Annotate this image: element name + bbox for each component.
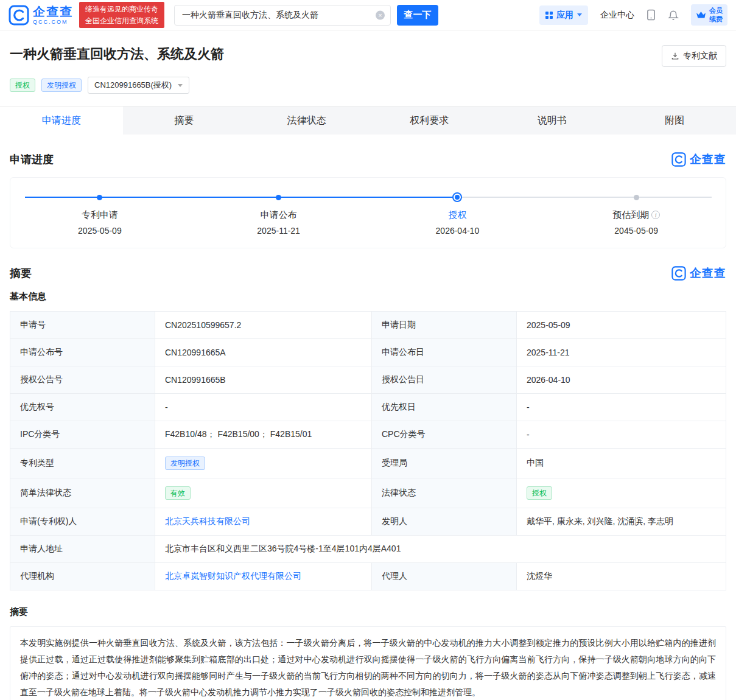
field-label: IPC分类号 [10, 421, 155, 449]
field-value: CN120991665A [155, 339, 372, 366]
patent-tags-row: 授权 发明授权 CN120991665B(授权) [10, 77, 726, 94]
table-row: 代理机构 北京卓岚智财知识产权代理有限公司 代理人 沈煜华 [10, 563, 726, 590]
enterprise-center-link[interactable]: 企业中心 [600, 10, 634, 21]
abstract-text: 本发明实施例提供一种火箭垂直回收方法、系统及火箭，该方法包括：一子级火箭分离后，… [20, 635, 716, 700]
patent-number-select[interactable]: CN120991665B(授权) [88, 77, 189, 94]
apps-menu-button[interactable]: 应用 [539, 5, 588, 25]
member-line1: 会员 [709, 7, 723, 15]
watermark-text: 企查查 [690, 152, 726, 167]
timeline-step-filed: 专利申请 2025-05-09 [10, 209, 189, 236]
patent-literature-label: 专利文献 [683, 51, 717, 61]
tab-claims[interactable]: 权利要求 [368, 107, 491, 135]
detail-tabbar: 申请进度 摘要 法律状态 权利要求 说明书 附图 [0, 106, 736, 135]
application-timeline: 专利申请 2025-05-09 申请公布 2025-11-21 授权 2026-… [10, 177, 726, 248]
field-value: CN120991665B [155, 366, 372, 394]
timeline-dot-published [276, 195, 281, 200]
info-icon[interactable]: i [651, 211, 660, 219]
patent-number-value: CN120991665B(授权) [94, 80, 172, 91]
slogan-line1: 缔造有远见的商业传奇 [85, 4, 158, 15]
qcc-patent-detail-page: 企查查 QCC.COM 缔造有远见的商业传奇 全国企业信用查询系统 × 查一下 … [0, 0, 736, 700]
table-row: 优先权号 - 优先权日 - [10, 394, 726, 421]
timeline-step-expiry: 预估到期i 2045-05-09 [547, 209, 726, 236]
navbar-right-group: 应用 企业中心 会员 [539, 4, 727, 25]
chevron-down-icon [577, 13, 582, 16]
table-row: 专利类型 发明授权 受理局 中国 [10, 449, 726, 478]
field-label: 申请日期 [372, 312, 517, 339]
brand-slogan-banner: 缔造有远见的商业传奇 全国企业信用查询系统 [79, 2, 164, 28]
field-value: - [155, 394, 372, 421]
field-label: 授权公告日 [372, 366, 517, 394]
field-value: 沈煜华 [517, 563, 726, 590]
field-value: 戴华平, 康永来, 刘兴隆, 沈涌滨, 李志明 [517, 508, 726, 536]
field-value: 授权 [517, 478, 726, 508]
field-label: 申请人地址 [10, 536, 155, 563]
field-value: - [517, 394, 726, 421]
applicant-company-link[interactable]: 北京天兵科技有限公司 [165, 516, 250, 526]
field-label: 简单法律状态 [10, 478, 155, 508]
member-line2: 续费 [709, 15, 723, 23]
field-label: 优先权号 [10, 394, 155, 421]
search-clear-icon[interactable]: × [376, 10, 385, 19]
field-label: 法律状态 [372, 478, 517, 508]
apps-label: 应用 [556, 10, 573, 21]
notification-bell-icon[interactable] [668, 10, 679, 21]
table-row: 申请公布号 CN120991665A 申请公布日 2025-11-21 [10, 339, 726, 366]
field-value: 中国 [517, 449, 726, 478]
table-row: 简单法律状态 有效 法律状态 授权 [10, 478, 726, 508]
download-icon [671, 52, 679, 60]
step-date: 2045-05-09 [547, 226, 726, 236]
basic-info-table: 申请号 CN202510599657.2 申请日期 2025-05-09 申请公… [10, 311, 726, 590]
table-row: 授权公告号 CN120991665B 授权公告日 2026-04-10 [10, 366, 726, 394]
brand-text: 企查查 QCC.COM [33, 5, 73, 25]
step-label: 授权 [368, 209, 547, 221]
member-renewal-button[interactable]: 会员 续费 [691, 4, 727, 25]
tab-abstract[interactable]: 摘要 [123, 107, 246, 135]
field-value: 2026-04-10 [517, 366, 726, 394]
step-date: 2025-11-21 [189, 226, 368, 236]
mobile-phone-icon[interactable] [647, 9, 656, 21]
step-date: 2025-05-09 [10, 226, 189, 236]
invention-grant-tag: 发明授权 [41, 79, 82, 92]
field-value: - [517, 421, 726, 449]
qcc-watermark: 企查查 [671, 152, 726, 167]
timeline-step-granted: 授权 2026-04-10 [368, 209, 547, 236]
field-label: 发明人 [372, 508, 517, 536]
agency-company-link[interactable]: 北京卓岚智财知识产权代理有限公司 [165, 571, 301, 581]
qcc-watermark: 企查查 [671, 265, 726, 281]
table-row: 申请号 CN202510599657.2 申请日期 2025-05-09 [10, 312, 726, 339]
patent-title: 一种火箭垂直回收方法、系统及火箭 [10, 45, 224, 63]
apps-grid-icon [545, 12, 553, 19]
field-label: 申请公布号 [10, 339, 155, 366]
step-label: 申请公布 [189, 209, 368, 221]
field-label: CPC分类号 [372, 421, 517, 449]
abstract-heading: 摘要 [10, 606, 726, 618]
chevron-down-icon [178, 84, 183, 87]
search-input[interactable] [174, 5, 391, 26]
granted-status-tag: 授权 [527, 486, 552, 500]
field-value: 北京天兵科技有限公司 [155, 508, 372, 536]
tab-application-progress[interactable]: 申请进度 [0, 107, 123, 135]
qcc-logo[interactable]: 企查查 QCC.COM [9, 5, 73, 26]
qcc-logo-icon [671, 152, 686, 167]
field-label: 申请(专利权)人 [10, 508, 155, 536]
tab-drawings[interactable]: 附图 [614, 107, 736, 135]
field-label: 专利类型 [10, 449, 155, 478]
tab-description[interactable]: 说明书 [491, 107, 614, 135]
field-label: 代理人 [372, 563, 517, 590]
brand-name: 企查查 [33, 5, 73, 18]
qcc-logo-icon [9, 5, 29, 26]
main-content: 申请进度 企查查 专利申请 2025-05-09 [0, 152, 736, 700]
crown-icon [696, 11, 706, 19]
search-button[interactable]: 查一下 [397, 5, 438, 26]
tab-legal-status[interactable]: 法律状态 [245, 107, 368, 135]
abstract-box: 本发明实施例提供一种火箭垂直回收方法、系统及火箭，该方法包括：一子级火箭分离后，… [10, 626, 726, 700]
step-label: 预估到期i [547, 209, 726, 221]
field-label: 优先权日 [372, 394, 517, 421]
search-bar: × [174, 5, 391, 26]
summary-section-title: 摘要 [10, 266, 32, 281]
field-value: F42B10/48； F42B15/00； F42B15/01 [155, 421, 372, 449]
timeline-dot-filed [97, 195, 102, 200]
patent-literature-button[interactable]: 专利文献 [662, 45, 726, 67]
table-row: 申请(专利权)人 北京天兵科技有限公司 发明人 戴华平, 康永来, 刘兴隆, 沈… [10, 508, 726, 536]
field-value: 北京卓岚智财知识产权代理有限公司 [155, 563, 372, 590]
